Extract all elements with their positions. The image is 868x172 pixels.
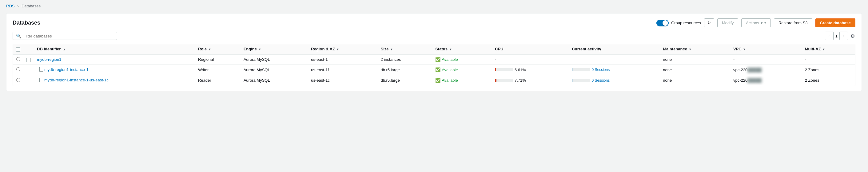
sort-asc-icon: ▲ [63, 47, 66, 51]
cell-size-reader: db.r5.large [377, 75, 432, 86]
cell-status-writer: ✅ Available [432, 65, 492, 75]
sessions-link-reader[interactable]: 0 Sessions [591, 78, 610, 82]
region-sort-icon: ▾ [337, 47, 338, 51]
th-db-identifier[interactable]: DB identifier ▲ [34, 44, 195, 55]
breadcrumb-rds-link[interactable]: RDS [6, 4, 14, 8]
cell-role-reader: Reader [195, 75, 241, 86]
db-link-writer[interactable]: mydb-region1-instance-1 [44, 67, 89, 72]
cell-vpc-regional: - [730, 55, 802, 65]
header-actions: Group resources ↻ Modify Actions ▾ Resto… [656, 19, 856, 27]
cell-region-reader: us-east-1c [308, 75, 377, 86]
page-wrapper: RDS > Databases Databases Group resource… [0, 0, 868, 95]
column-settings-button[interactable]: ⚙ [850, 33, 856, 40]
databases-table: DB identifier ▲ Role ▾ Engine ▾ Region [12, 44, 856, 86]
th-size[interactable]: Size ▾ [377, 44, 432, 55]
row-expand-writer [23, 65, 34, 75]
cell-maintenance-regional: none [660, 55, 730, 65]
th-status[interactable]: Status ▾ [432, 44, 492, 55]
session-bar-wrap-writer: 0 Sessions [572, 68, 657, 72]
th-engine-label: Engine [244, 47, 257, 51]
card-header: Databases Group resources ↻ Modify Actio… [12, 19, 856, 27]
collapse-icon[interactable]: – [27, 58, 31, 62]
session-bar-wrap-reader: 0 Sessions [572, 78, 657, 82]
cpu-bar-fill-writer [495, 68, 496, 71]
th-role-label: Role [198, 47, 207, 51]
cell-cpu-regional: - [492, 55, 569, 65]
breadcrumb-separator: > [17, 4, 19, 8]
row-radio-reader[interactable] [13, 75, 23, 86]
db-link-regional[interactable]: mydb-region1 [37, 57, 62, 62]
cell-status-regional: ✅ Available [432, 55, 492, 65]
cell-size-writer: db.r5.large [377, 65, 432, 75]
engine-sort-icon: ▾ [259, 47, 260, 51]
cpu-pct-reader: 7.71% [515, 78, 526, 82]
cell-vpc-reader: vpc-220█████ [730, 75, 802, 86]
breadcrumb: RDS > Databases [6, 4, 862, 8]
main-card: Databases Group resources ↻ Modify Actio… [6, 13, 862, 91]
cell-role-writer: Writer [195, 65, 241, 75]
tree-connector-reader [39, 78, 43, 82]
th-db-identifier-label: DB identifier [37, 47, 61, 51]
th-engine[interactable]: Engine ▾ [241, 44, 308, 55]
header-checkbox[interactable] [16, 47, 20, 51]
th-current-activity: Current activity [569, 44, 660, 55]
breadcrumb-current: Databases [22, 4, 40, 8]
pagination-current-page: 1 [835, 34, 838, 38]
cell-db-identifier-reader: mydb-region1-instance-1-us-east-1c [34, 75, 195, 86]
modify-button[interactable]: Modify [717, 19, 738, 27]
cell-activity-writer: 0 Sessions [569, 65, 660, 75]
cell-engine-regional: Aurora MySQL [241, 55, 308, 65]
sessions-link-writer[interactable]: 0 Sessions [591, 68, 610, 72]
row-radio-regional[interactable] [13, 55, 23, 65]
search-input[interactable] [23, 34, 114, 38]
cell-db-identifier-writer: mydb-region1-instance-1 [34, 65, 195, 75]
session-bar-writer [572, 68, 590, 71]
toggle-thumb [662, 20, 668, 26]
cell-region-regional: us-east-1 [308, 55, 377, 65]
create-database-button[interactable]: Create database [815, 19, 856, 27]
cell-maintenance-reader: none [660, 75, 730, 86]
status-sort-icon: ▾ [450, 47, 451, 51]
th-region-az[interactable]: Region & AZ ▾ [308, 44, 377, 55]
group-resources-toggle[interactable] [656, 20, 669, 26]
row-expand-regional[interactable]: – [23, 55, 34, 65]
search-input-wrap: 🔍 [12, 32, 117, 40]
status-available-regional: ✅ Available [435, 57, 489, 62]
session-bar-fill-reader [572, 79, 572, 82]
search-row: 🔍 ‹ 1 › ⚙ [12, 32, 856, 40]
row-radio-writer[interactable] [13, 65, 23, 75]
th-role[interactable]: Role ▾ [195, 44, 241, 55]
tree-connector [39, 67, 43, 72]
cpu-pct-writer: 6.61% [515, 68, 526, 72]
role-sort-icon: ▾ [209, 47, 210, 51]
pagination-prev-button[interactable]: ‹ [825, 32, 834, 40]
th-select [13, 44, 23, 55]
indent-line-reader: mydb-region1-instance-1-us-east-1c [37, 78, 108, 82]
status-check-icon-writer: ✅ [435, 67, 440, 72]
session-bar-fill-writer [572, 68, 572, 71]
radio-reader[interactable] [16, 78, 20, 82]
vpc-suffix-writer: █████ [747, 68, 762, 72]
cell-engine-writer: Aurora MySQL [241, 65, 308, 75]
session-bar-reader [572, 79, 590, 82]
status-label-reader: Available [442, 78, 458, 82]
db-link-reader[interactable]: mydb-region1-instance-1-us-east-1c [44, 78, 108, 82]
table-row: mydb-region1-instance-1 Writer Aurora My… [13, 65, 855, 75]
restore-s3-button[interactable]: Restore from S3 [774, 19, 812, 27]
cell-multi-az-writer: 2 Zones [802, 65, 855, 75]
size-sort-icon: ▾ [391, 47, 392, 51]
th-maintenance[interactable]: Maintenance ▾ [660, 44, 730, 55]
cell-maintenance-writer: none [660, 65, 730, 75]
pagination-next-button[interactable]: › [839, 32, 848, 40]
th-vpc[interactable]: VPC ▾ [730, 44, 802, 55]
refresh-button[interactable]: ↻ [704, 19, 714, 27]
refresh-icon: ↻ [708, 21, 711, 25]
vpc-val-writer: vpc-220 [733, 68, 747, 72]
actions-button[interactable]: Actions ▾ [741, 19, 771, 27]
th-multi-az[interactable]: Multi-AZ ▾ [802, 44, 855, 55]
cell-activity-regional [569, 55, 660, 65]
radio-regional[interactable] [16, 57, 20, 61]
radio-writer[interactable] [16, 67, 20, 71]
maintenance-sort-icon: ▾ [689, 47, 691, 51]
pagination-wrap: ‹ 1 › ⚙ [825, 32, 856, 40]
